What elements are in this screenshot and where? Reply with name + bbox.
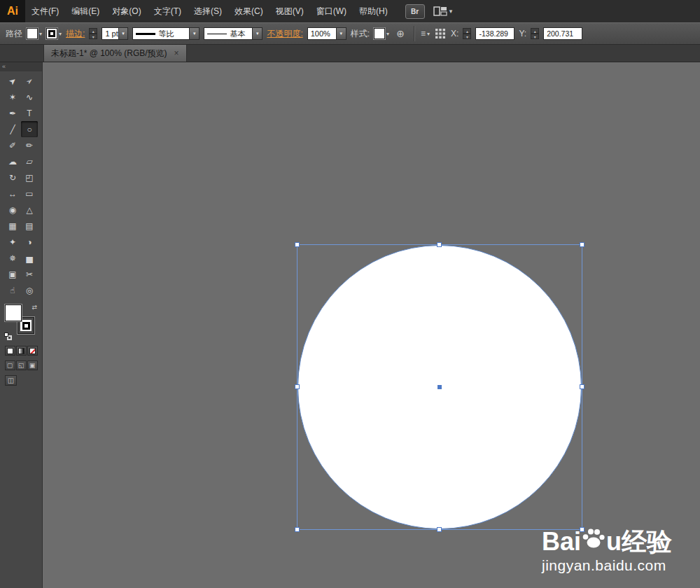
fill-color-swatch[interactable] bbox=[27, 28, 38, 39]
transform-grid-icon bbox=[435, 29, 445, 38]
chevron-down-icon: ▾ bbox=[189, 28, 199, 39]
menu-file[interactable]: 文件(F) bbox=[25, 0, 65, 22]
stepper-up-button[interactable]: ▴ bbox=[531, 28, 539, 34]
watermark-brand: Bai u 经验 bbox=[542, 529, 672, 554]
blend-tool[interactable]: ◑ bbox=[21, 234, 38, 250]
paintbrush-tool[interactable]: ✐ bbox=[4, 137, 21, 153]
stepper-down-button[interactable]: ▾ bbox=[89, 34, 97, 39]
blob-brush-tool[interactable]: ☁ bbox=[4, 153, 21, 169]
y-position-input[interactable]: 200.731 bbox=[543, 27, 582, 40]
paint-buttons bbox=[5, 346, 38, 356]
selection-type-label: 路径 bbox=[6, 28, 22, 40]
selection-handle-e[interactable] bbox=[580, 384, 584, 389]
magic-wand-tool[interactable]: ✶ bbox=[4, 89, 21, 105]
opacity-label[interactable]: 不透明度: bbox=[267, 28, 302, 40]
style-dropdown[interactable]: ▾ bbox=[374, 28, 389, 39]
stroke-weight-label[interactable]: 描边: bbox=[66, 28, 85, 40]
selection-tool[interactable]: ➤ bbox=[4, 73, 21, 89]
stroke-color-swatch[interactable] bbox=[46, 28, 57, 39]
chevron-down-icon: ▾ bbox=[449, 8, 453, 15]
menu-edit[interactable]: 编辑(E) bbox=[65, 0, 106, 22]
width-profile-preview bbox=[136, 33, 155, 35]
ellipse-tool[interactable]: ○ bbox=[21, 121, 38, 137]
stepper-down-button[interactable]: ▾ bbox=[531, 34, 539, 39]
menu-object[interactable]: 对象(O) bbox=[106, 0, 147, 22]
pencil-tool[interactable]: ✏ bbox=[21, 137, 38, 153]
symbol-sprayer-tool[interactable]: ✵ bbox=[4, 250, 21, 266]
width-tool[interactable]: ↔ bbox=[4, 186, 21, 202]
rotate-tool[interactable]: ↻ bbox=[4, 169, 21, 186]
direct-selection-tool[interactable]: ➢ bbox=[21, 73, 38, 89]
bridge-button[interactable]: Br bbox=[405, 4, 425, 19]
line-segment-tool[interactable]: ╱ bbox=[4, 121, 21, 137]
gradient-button[interactable] bbox=[16, 346, 27, 356]
brush-definition-dropdown[interactable]: 基本 ▾ bbox=[204, 27, 262, 40]
fill-indicator[interactable] bbox=[5, 304, 22, 321]
selection-handle-ne[interactable] bbox=[580, 242, 584, 247]
opacity-dropdown[interactable]: 100% ▾ bbox=[307, 27, 346, 40]
artboard-tool[interactable]: ▣ bbox=[4, 266, 21, 282]
default-fill-stroke-button[interactable] bbox=[4, 332, 12, 340]
selection-handle-s[interactable] bbox=[437, 527, 442, 532]
selection-handle-w[interactable] bbox=[295, 384, 300, 389]
style-swatch[interactable] bbox=[374, 28, 385, 39]
document-tab[interactable]: 未标题-1* @ 100% (RGB/预览) × bbox=[43, 45, 187, 62]
free-transform-tool[interactable]: ▭ bbox=[21, 186, 38, 202]
fill-color-dropdown[interactable]: ▾ bbox=[27, 28, 42, 39]
shape-builder-tool[interactable]: ◉ bbox=[4, 202, 21, 218]
document-tab-title: 未标题-1* @ 100% (RGB/预览) bbox=[51, 48, 167, 59]
stepper-down-button[interactable]: ▾ bbox=[463, 34, 471, 39]
hand-tool[interactable]: ☝ bbox=[4, 282, 21, 298]
menu-bar: Ai 文件(F) 编辑(E) 对象(O) 文字(T) 选择(S) 效果(C) 视… bbox=[0, 0, 700, 22]
selection-handle-sw[interactable] bbox=[295, 527, 300, 532]
menu-select[interactable]: 选择(S) bbox=[188, 0, 228, 22]
stroke-color-dropdown[interactable]: ▾ bbox=[46, 28, 62, 39]
screen-mode-button[interactable]: ◫ bbox=[5, 375, 17, 386]
close-icon[interactable]: × bbox=[174, 49, 179, 57]
chevron-down-icon: ▾ bbox=[336, 28, 346, 39]
chevron-down-icon: ▾ bbox=[427, 31, 430, 37]
x-position-input[interactable]: -138.289 bbox=[475, 27, 514, 40]
menu-view[interactable]: 视图(V) bbox=[270, 0, 310, 22]
opacity-value: 100% bbox=[311, 29, 330, 38]
color-button[interactable] bbox=[5, 346, 15, 356]
type-tool[interactable]: T bbox=[21, 105, 38, 121]
divider bbox=[414, 26, 414, 41]
menu-effect[interactable]: 效果(C) bbox=[228, 0, 270, 22]
width-profile-dropdown[interactable]: 等比 ▾ bbox=[132, 27, 200, 40]
eyedropper-tool[interactable]: ✦ bbox=[4, 234, 21, 250]
layout-grid-icon bbox=[433, 6, 447, 16]
slice-tool[interactable]: ✂ bbox=[21, 266, 38, 282]
zoom-tool[interactable]: ◎ bbox=[21, 282, 38, 298]
stepper-up-button[interactable]: ▴ bbox=[89, 28, 97, 34]
gradient-tool[interactable]: ▤ bbox=[21, 218, 38, 234]
draw-behind-button[interactable]: ◱ bbox=[16, 360, 27, 370]
none-button[interactable] bbox=[27, 346, 38, 356]
draw-normal-button[interactable]: ▢ bbox=[5, 360, 15, 370]
stepper-up-button[interactable]: ▴ bbox=[463, 28, 471, 34]
selection-handle-n[interactable] bbox=[437, 242, 442, 247]
menu-type[interactable]: 文字(T) bbox=[148, 0, 188, 22]
align-dropdown[interactable]: ≡ ▾ bbox=[421, 29, 430, 38]
document-setup-button[interactable]: ⊕ bbox=[393, 27, 407, 41]
pen-tool[interactable]: ✒ bbox=[4, 105, 21, 121]
transform-panel-button[interactable] bbox=[435, 29, 445, 38]
menu-window[interactable]: 窗口(W) bbox=[310, 0, 353, 22]
paw-icon bbox=[582, 528, 605, 549]
perspective-grid-tool[interactable]: △ bbox=[21, 202, 38, 218]
column-graph-tool[interactable]: ▅ bbox=[21, 250, 38, 266]
stroke-weight-dropdown[interactable]: 1 pt ▾ bbox=[102, 27, 128, 40]
selection-handle-nw[interactable] bbox=[295, 242, 300, 247]
eraser-tool[interactable]: ▱ bbox=[21, 153, 38, 169]
swap-fill-stroke-icon[interactable]: ⇄ bbox=[31, 304, 37, 311]
canvas[interactable]: Bai u 经验 jingyan.baidu.com bbox=[43, 62, 700, 588]
lasso-tool[interactable]: ∿ bbox=[21, 89, 38, 105]
mesh-tool[interactable]: ▦ bbox=[4, 218, 21, 234]
workspace-layout-button[interactable]: ▾ bbox=[433, 6, 453, 16]
tools-panel-collapse[interactable]: « bbox=[0, 62, 42, 71]
menu-help[interactable]: 帮助(H) bbox=[353, 0, 394, 22]
draw-inside-button[interactable]: ▣ bbox=[27, 360, 38, 370]
y-stepper: ▴ ▾ bbox=[531, 28, 539, 39]
shape-center-point[interactable] bbox=[438, 385, 442, 389]
scale-tool[interactable]: ◰ bbox=[21, 169, 38, 186]
